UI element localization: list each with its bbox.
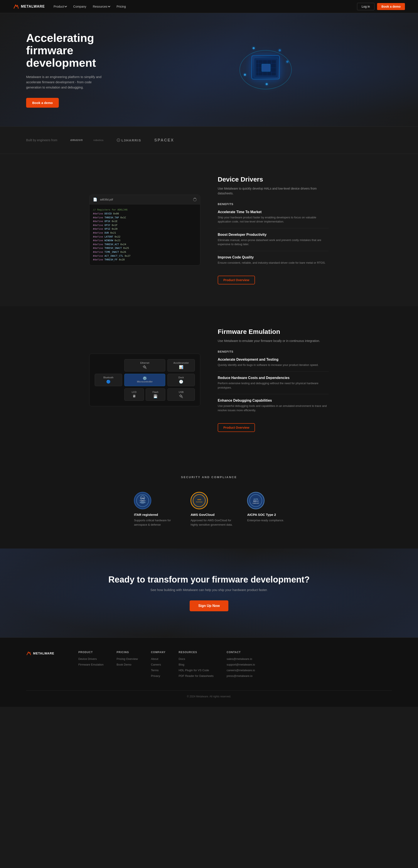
footer: METALWARE Product Device Drivers Firmwar… bbox=[0, 638, 418, 707]
cta-subtitle: See how building with Metalware can help… bbox=[26, 588, 392, 592]
logo-amazon-robotics: amazon robotics bbox=[70, 137, 104, 143]
security-card-desc: Approved for AWS GovCloud for highly sen… bbox=[190, 518, 234, 527]
benefit-desc: Perform extensive testing and debugging … bbox=[218, 381, 329, 390]
footer-link-sales-email[interactable]: sales@metalware.io bbox=[227, 657, 252, 660]
footer-logo-icon bbox=[26, 651, 31, 656]
footer-col-contact: Contact sales@metalware.io support@metal… bbox=[227, 651, 255, 680]
itar-badge: ITAR Registered bbox=[134, 492, 151, 509]
emu-bluetooth: Bluetooth 🔵 bbox=[95, 374, 122, 386]
footer-col-product-heading: Product bbox=[78, 651, 104, 654]
footer-col-company-heading: Company bbox=[151, 651, 166, 654]
footer-col-contact-heading: Contact bbox=[227, 651, 255, 654]
cta-title: Ready to transform your firmware develop… bbox=[26, 575, 392, 585]
security-card-desc: Supports critical hardware for aerospace… bbox=[134, 518, 177, 527]
footer-col-product: Product Device Drivers Firmware Emulatio… bbox=[78, 651, 104, 680]
nav-link-pricing[interactable]: Pricing bbox=[116, 5, 126, 8]
code-block: 📄 ad636d.pdf // Registers for AD6L346 #d… bbox=[89, 195, 200, 265]
code-header: 📄 ad636d.pdf bbox=[90, 195, 200, 205]
footer-link-careers-email[interactable]: careers@metalware.io bbox=[227, 669, 255, 672]
chevron-down-icon bbox=[65, 5, 67, 7]
footer-col-pricing-heading: Pricing bbox=[117, 651, 138, 654]
security-card-soc: AICPA SOC 2 COMPLIANT AICPA SOC Type 2 E… bbox=[247, 492, 284, 527]
benefit-desc: Ensure consistent, reliable, and industr… bbox=[218, 261, 329, 265]
refresh-icon[interactable] bbox=[193, 198, 197, 202]
code-comment: // Registers for AD6L346 bbox=[93, 208, 197, 212]
cta-signup-button[interactable]: Sign Up Now bbox=[189, 600, 229, 611]
svg-text:ITAR: ITAR bbox=[141, 498, 145, 499]
book-demo-button[interactable]: Book a demo bbox=[377, 3, 405, 10]
firmware-emulation-product-overview-button[interactable]: Product Overview bbox=[218, 423, 255, 432]
device-drivers-content: Device Drivers Use Metalware to quickly … bbox=[218, 176, 329, 284]
svg-point-17 bbox=[193, 494, 205, 507]
logos-label: Built by engineers from bbox=[26, 138, 57, 142]
emu-dock: Dock 🕐 bbox=[167, 374, 195, 386]
hero-content: Accelerating firmware development Metalw… bbox=[26, 32, 139, 108]
benefit-title: Accelerate Development and Testing bbox=[218, 358, 329, 362]
footer-link-hdl-plugin[interactable]: HDL Plugin for VS Code bbox=[179, 669, 209, 672]
file-name: ad636d.pdf bbox=[100, 198, 113, 201]
soc-badge: AICPA SOC 2 COMPLIANT bbox=[247, 492, 265, 509]
benefit-desc: Use powerful debugging tools and capabil… bbox=[218, 404, 329, 412]
chevron-down-icon bbox=[108, 5, 110, 7]
footer-link-pdf-reader[interactable]: PDF Reader for Datasheets bbox=[179, 674, 214, 678]
firmware-emulation-title: Firmware Emulation bbox=[218, 328, 329, 335]
svg-text:Registered: Registered bbox=[140, 500, 146, 501]
benefit-title: Boost Developer Productivity bbox=[218, 233, 329, 237]
nav-link-company[interactable]: Company bbox=[73, 5, 86, 8]
security-title: SECURITY AND COMPLIANCE bbox=[26, 475, 392, 479]
benefit-item: Enhance Debugging Capabilities Use power… bbox=[218, 399, 329, 417]
hero-book-demo-button[interactable]: Book a demo bbox=[26, 98, 59, 107]
emu-ethernet: Ethernet 🔌 bbox=[124, 359, 165, 372]
footer-link-device-drivers[interactable]: Device Drivers bbox=[78, 657, 97, 660]
footer-link-pricing-overview[interactable]: Pricing Overview bbox=[117, 657, 138, 660]
footer-columns: Product Device Drivers Firmware Emulatio… bbox=[78, 651, 392, 680]
svg-text:GovCloud: GovCloud bbox=[196, 501, 203, 502]
footer-logo-text: METALWARE bbox=[33, 652, 54, 655]
security-section: SECURITY AND COMPLIANCE ITAR Registered … bbox=[0, 454, 418, 549]
security-card-aws: AWS GovCloud AWS GovCloud Approved for A… bbox=[190, 492, 234, 527]
emulation-diagram: Ethernet 🔌 Accelerometer 📊 Bluetooth 🔵 ⚙… bbox=[89, 354, 200, 406]
emu-lcd: LCD 🖥 bbox=[124, 389, 144, 401]
footer-link-terms[interactable]: Terms bbox=[151, 669, 159, 672]
code-body: // Registers for AD6L346 #define DEVID 0… bbox=[90, 205, 200, 265]
benefits-label: Benefits bbox=[218, 203, 329, 206]
hero-subtitle: Metalware is an engineering platform to … bbox=[26, 74, 104, 90]
footer-link-firmware-emulation[interactable]: Firmware Emulation bbox=[78, 663, 104, 666]
footer-link-book-demo[interactable]: Book Demo bbox=[117, 663, 132, 666]
nav-logo[interactable]: METALWARE bbox=[13, 3, 45, 9]
footer-link-privacy[interactable]: Privacy bbox=[151, 674, 160, 678]
nav-link-product[interactable]: Product bbox=[54, 5, 67, 8]
firmware-emulation-desc: Use Metalware to emulate your firmware l… bbox=[218, 338, 329, 343]
nav-links: Product Company Resources Pricing bbox=[54, 5, 357, 8]
footer-copyright: © 2024 Metalware. All rights reserved. bbox=[26, 690, 392, 698]
emu-microcontroller: ⚙️ Microcontroller bbox=[124, 374, 165, 386]
hero-section: Accelerating firmware development Metalw… bbox=[0, 13, 418, 126]
metalware-logo-icon bbox=[13, 3, 19, 9]
footer-link-about[interactable]: About bbox=[151, 657, 158, 660]
benefit-item: Improve Code Quality Ensure consistent, … bbox=[218, 255, 329, 269]
firmware-emulation-visual: Ethernet 🔌 Accelerometer 📊 Bluetooth 🔵 ⚙… bbox=[89, 354, 200, 406]
svg-text:COMPLIANT: COMPLIANT bbox=[253, 502, 259, 504]
logo-l3harris: L3HARRIS bbox=[117, 138, 141, 142]
firmware-emulation-section: Ethernet 🔌 Accelerometer 📊 Bluetooth 🔵 ⚙… bbox=[0, 306, 418, 454]
firmware-emulation-content: Firmware Emulation Use Metalware to emul… bbox=[218, 328, 329, 432]
file-icon: 📄 bbox=[93, 197, 97, 202]
benefits-label: Benefits bbox=[218, 350, 329, 353]
device-drivers-product-overview-button[interactable]: Product Overview bbox=[218, 276, 255, 284]
benefit-item: Boost Developer Productivity Eliminate m… bbox=[218, 233, 329, 251]
emu-usb: USB 🔌 bbox=[167, 389, 195, 401]
footer-link-careers[interactable]: Careers bbox=[151, 663, 161, 666]
logo-spacex: SPACEX bbox=[154, 138, 174, 143]
device-drivers-title: Device Drivers bbox=[218, 176, 329, 183]
footer-link-support-email[interactable]: support@metalware.io bbox=[227, 663, 255, 666]
footer-link-press-email[interactable]: press@metalware.io bbox=[227, 674, 252, 678]
nav-link-resources[interactable]: Resources bbox=[93, 5, 110, 8]
footer-link-docs[interactable]: Docs bbox=[179, 657, 185, 660]
svg-text:AICPA: AICPA bbox=[254, 498, 258, 500]
security-card-itar: ITAR Registered ITAR registered Supports… bbox=[134, 492, 177, 527]
footer-link-blog[interactable]: Blog bbox=[179, 663, 184, 666]
benefit-title: Accelerate Time To Market bbox=[218, 210, 329, 214]
emu-accelerometer: Accelerometer 📊 bbox=[167, 359, 195, 372]
benefit-desc: Eliminate manual, error-prone datasheet … bbox=[218, 238, 329, 246]
login-button[interactable]: Log in bbox=[357, 3, 375, 10]
